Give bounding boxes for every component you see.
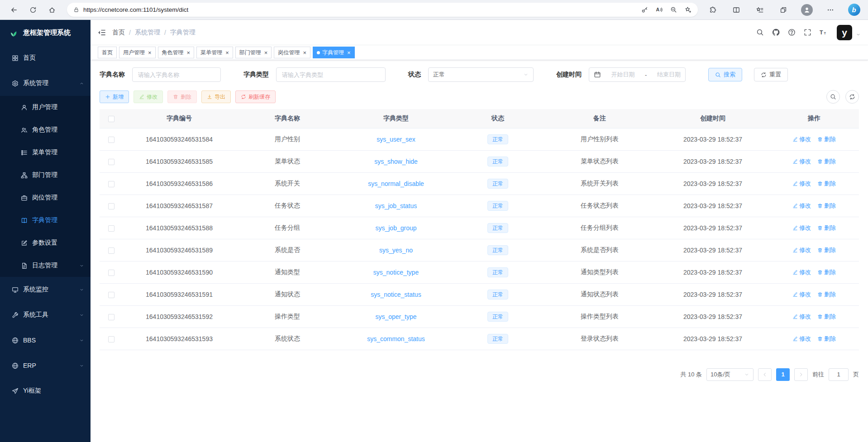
- row-edit-button[interactable]: 修改: [792, 157, 811, 166]
- row-edit-button[interactable]: 修改: [792, 180, 811, 188]
- row-delete-button[interactable]: 删除: [817, 246, 836, 254]
- row-delete-button[interactable]: 删除: [817, 268, 836, 276]
- dict-type-link[interactable]: sys_job_group: [375, 224, 416, 232]
- add-button[interactable]: 新增: [100, 90, 129, 103]
- row-checkbox[interactable]: [108, 225, 114, 232]
- address-bar[interactable]: https://ccnetcore.com:1101/system/dict A: [67, 3, 698, 17]
- sidebar-item-role[interactable]: 角色管理: [0, 119, 91, 141]
- close-icon[interactable]: ×: [187, 50, 191, 56]
- bing-discover-button[interactable]: b: [846, 2, 862, 18]
- sidebar-item-system[interactable]: 系统管理: [0, 71, 91, 96]
- status-select[interactable]: 正常: [428, 67, 534, 82]
- sidebar-item-home[interactable]: 首页: [0, 45, 91, 71]
- sidebar-item-user[interactable]: 用户管理: [0, 96, 91, 119]
- edit-button[interactable]: 修改: [134, 90, 163, 103]
- goto-page-input[interactable]: [829, 368, 849, 381]
- row-delete-button[interactable]: 删除: [817, 180, 836, 188]
- row-checkbox[interactable]: [108, 137, 114, 143]
- row-edit-button[interactable]: 修改: [792, 246, 811, 254]
- user-avatar-logo[interactable]: y: [837, 25, 852, 40]
- sidebar-item-bbs[interactable]: BBS: [0, 328, 91, 353]
- dict-type-input[interactable]: [276, 67, 386, 82]
- sidebar-item-log[interactable]: 日志管理: [0, 254, 91, 277]
- tab-post[interactable]: 岗位管理×: [274, 47, 310, 58]
- dict-name-input[interactable]: [132, 67, 221, 82]
- row-delete-button[interactable]: 删除: [817, 157, 836, 166]
- sidebar-item-yiframe[interactable]: Yi框架: [0, 378, 91, 404]
- row-edit-button[interactable]: 修改: [792, 268, 811, 276]
- hamburger-button[interactable]: [98, 29, 106, 37]
- row-edit-button[interactable]: 修改: [792, 135, 811, 143]
- row-checkbox[interactable]: [108, 314, 114, 320]
- tab-dept[interactable]: 部门管理×: [235, 47, 272, 58]
- sidebar-item-tool[interactable]: 系统工具: [0, 302, 91, 328]
- row-delete-button[interactable]: 删除: [817, 202, 836, 210]
- sidebar-item-dept[interactable]: 部门管理: [0, 164, 91, 186]
- split-screen-button[interactable]: [729, 2, 744, 18]
- row-checkbox[interactable]: [108, 292, 114, 298]
- extensions-button[interactable]: [705, 2, 720, 18]
- breadcrumb-home[interactable]: 首页: [112, 29, 125, 37]
- sidebar-item-dict[interactable]: 字典管理: [0, 209, 91, 232]
- row-delete-button[interactable]: 删除: [817, 335, 836, 343]
- sidebar-item-config[interactable]: 参数设置: [0, 232, 91, 254]
- dict-type-link[interactable]: sys_notice_type: [373, 269, 419, 276]
- favorites-button[interactable]: [752, 2, 768, 18]
- tab-home[interactable]: 首页: [98, 47, 117, 58]
- row-checkbox[interactable]: [108, 181, 114, 187]
- dict-type-link[interactable]: sys_notice_status: [371, 291, 421, 298]
- font-size-button[interactable]: TT: [816, 26, 830, 39]
- row-delete-button[interactable]: 删除: [817, 313, 836, 321]
- page-size-select[interactable]: 10条/页: [706, 368, 754, 381]
- dict-type-link[interactable]: sys_normal_disable: [368, 180, 424, 187]
- refresh-cache-button[interactable]: 刷新缓存: [235, 90, 276, 103]
- row-delete-button[interactable]: 删除: [817, 224, 836, 232]
- fullscreen-button[interactable]: [801, 26, 814, 39]
- reload-button[interactable]: [25, 2, 41, 18]
- read-aloud-button[interactable]: A: [653, 4, 665, 16]
- row-edit-button[interactable]: 修改: [792, 202, 811, 210]
- tab-role[interactable]: 角色管理×: [158, 47, 195, 58]
- close-icon[interactable]: ×: [303, 50, 306, 56]
- date-range-picker[interactable]: 开始日期 - 结束日期: [589, 67, 686, 82]
- password-key-button[interactable]: [638, 4, 651, 16]
- tab-dict[interactable]: 字典管理×: [313, 47, 355, 58]
- export-button[interactable]: 导出: [201, 90, 231, 103]
- row-delete-button[interactable]: 删除: [817, 290, 836, 299]
- dict-type-link[interactable]: sys_yes_no: [379, 247, 413, 254]
- tab-menu[interactable]: 菜单管理×: [196, 47, 233, 58]
- close-icon[interactable]: ×: [148, 50, 152, 56]
- add-favorite-button[interactable]: [682, 4, 694, 16]
- dict-type-link[interactable]: sys_user_sex: [377, 136, 415, 143]
- reset-button[interactable]: 重置: [754, 68, 788, 81]
- app-logo[interactable]: 意框架管理系统: [0, 20, 91, 45]
- delete-button[interactable]: 删除: [167, 90, 197, 103]
- close-icon[interactable]: ×: [347, 50, 351, 56]
- settings-more-button[interactable]: [823, 2, 838, 18]
- refresh-table-button[interactable]: [845, 90, 859, 104]
- sidebar-item-erp[interactable]: ERP: [0, 353, 91, 378]
- sidebar-item-monitor[interactable]: 系统监控: [0, 277, 91, 302]
- zoom-button[interactable]: [667, 4, 680, 16]
- sidebar-item-menu[interactable]: 菜单管理: [0, 141, 91, 164]
- select-all-checkbox[interactable]: [108, 116, 114, 122]
- row-edit-button[interactable]: 修改: [792, 335, 811, 343]
- back-button[interactable]: [6, 2, 22, 18]
- home-button[interactable]: [44, 2, 60, 18]
- close-icon[interactable]: ×: [264, 50, 268, 56]
- row-checkbox[interactable]: [108, 203, 114, 209]
- dict-type-link[interactable]: sys_common_status: [367, 335, 425, 342]
- dict-type-link[interactable]: sys_oper_type: [375, 313, 416, 320]
- tab-user[interactable]: 用户管理×: [119, 47, 156, 58]
- dict-type-link[interactable]: sys_show_hide: [374, 158, 418, 165]
- toggle-search-button[interactable]: [826, 90, 840, 104]
- help-button[interactable]: [785, 26, 798, 39]
- next-page-button[interactable]: [794, 368, 808, 381]
- row-checkbox[interactable]: [108, 247, 114, 254]
- row-edit-button[interactable]: 修改: [792, 290, 811, 299]
- row-checkbox[interactable]: [108, 336, 114, 342]
- chevron-down-icon[interactable]: [856, 32, 861, 37]
- search-button[interactable]: 搜索: [708, 68, 742, 81]
- row-edit-button[interactable]: 修改: [792, 313, 811, 321]
- collections-button[interactable]: [776, 2, 791, 18]
